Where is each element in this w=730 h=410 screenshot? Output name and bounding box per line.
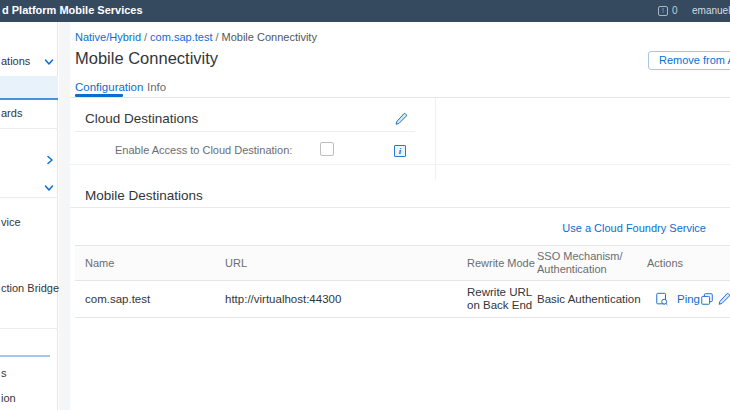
destination-rewrite-mode: Rewrite URL on Back End (467, 286, 539, 312)
divider (0, 328, 58, 329)
sidebar-item-applications[interactable]: ations (1, 55, 30, 67)
column-header-sso: SSO Mechanism/ Authentication (537, 250, 623, 276)
destination-name: com.sap.test (85, 293, 150, 305)
info-icon[interactable]: i (394, 145, 406, 157)
breadcrumb-separator: / (141, 31, 150, 43)
destination-sso: Basic Authentication (537, 293, 641, 305)
ping-link[interactable]: Ping (677, 293, 700, 305)
divider (70, 164, 730, 165)
divider (70, 207, 730, 208)
inspect-icon[interactable] (655, 292, 669, 306)
table-header-row: Name URL Rewrite Mode SSO Mechanism/ Aut… (75, 245, 730, 281)
chevron-right-icon[interactable] (44, 154, 56, 166)
cloud-destinations-title: Cloud Destinations (85, 111, 198, 126)
breadcrumb: Native/Hybrid/com.sap.test/Mobile Connec… (75, 31, 317, 43)
sidebar-item-settings[interactable]: s (1, 367, 7, 379)
panel-edge (435, 98, 436, 180)
column-header-actions: Actions (647, 257, 683, 269)
chevron-down-icon[interactable] (43, 56, 55, 68)
notification-count: 0 (672, 5, 678, 16)
notifications-button[interactable]: ! 0 (658, 5, 678, 16)
page-title: Mobile Connectivity (75, 49, 218, 68)
copy-icon[interactable] (700, 292, 714, 306)
divider (0, 128, 58, 129)
remove-from-application-button[interactable]: Remove from Appl (648, 51, 730, 70)
destinations-table: Name URL Rewrite Mode SSO Mechanism/ Aut… (75, 245, 730, 318)
mobile-destinations-title: Mobile Destinations (85, 188, 203, 203)
divider (70, 97, 730, 98)
enable-cloud-destination-label: Enable Access to Cloud Destination: (115, 144, 292, 156)
sidebar-item-selected[interactable] (0, 76, 58, 100)
sidebar-item-service[interactable]: vice (1, 216, 21, 228)
column-header-name: Name (85, 257, 114, 269)
table-row[interactable]: com.sap.test http://virtualhost:44300 Re… (75, 281, 730, 318)
user-menu[interactable]: emanuel.a (692, 5, 730, 16)
enable-cloud-destination-checkbox[interactable] (320, 142, 334, 156)
breadcrumb-link-native-hybrid[interactable]: Native/Hybrid (75, 31, 141, 43)
shell-bar: d Platform Mobile Services ! 0 emanuel.a (0, 0, 730, 22)
sidebar-item-connection-bridge[interactable]: ction Bridge (1, 282, 59, 294)
column-header-url: URL (225, 257, 247, 269)
breadcrumb-current: Mobile Connectivity (222, 31, 317, 43)
destination-url: http://virtualhost:44300 (225, 293, 341, 305)
use-cloud-foundry-service-link[interactable]: Use a Cloud Foundry Service (562, 222, 706, 234)
chevron-down-icon[interactable] (43, 182, 55, 194)
divider (0, 197, 58, 198)
tab-info[interactable]: Info (147, 81, 166, 93)
sidebar-item-version[interactable]: ion (1, 392, 16, 404)
breadcrumb-separator: / (212, 31, 221, 43)
app-title: d Platform Mobile Services (2, 4, 143, 16)
divider (75, 131, 415, 132)
edit-pencil-icon[interactable] (394, 112, 408, 126)
divider (0, 355, 50, 357)
app-window: d Platform Mobile Services ! 0 emanuel.a… (0, 0, 730, 410)
column-header-rewrite: Rewrite Mode (467, 257, 535, 269)
notification-icon: ! (658, 6, 668, 16)
content-gutter (59, 22, 70, 410)
breadcrumb-link-app[interactable]: com.sap.test (150, 31, 212, 43)
sidebar-item-cards[interactable]: ards (1, 107, 22, 119)
tab-configuration[interactable]: Configuration (75, 81, 143, 93)
